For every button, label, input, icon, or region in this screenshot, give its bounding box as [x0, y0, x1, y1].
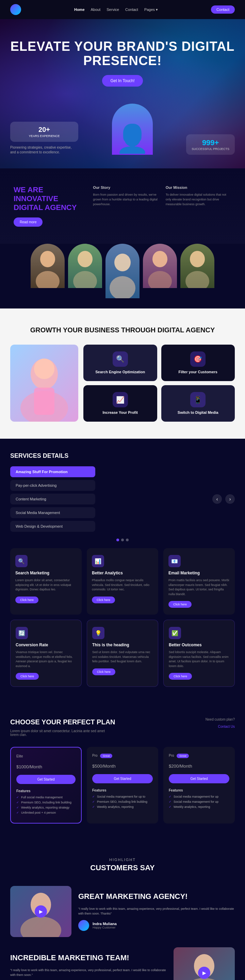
- testimonial-title-1: Happy Customer: [93, 926, 117, 929]
- svg-point-12: [34, 359, 54, 379]
- pricing-contact-link[interactable]: Contact Us: [218, 725, 235, 729]
- services-details-heading: SERVICES DETAILS: [10, 452, 235, 460]
- agency-heading: WE ARE INNOVATIVE DIGITAL AGENCY: [14, 185, 83, 212]
- nav-link-pages[interactable]: Pages ▾: [144, 8, 158, 12]
- service-name-filter: Filter your Customers: [179, 369, 217, 374]
- heading-icon: 💡: [92, 627, 104, 639]
- next-tab-button[interactable]: ›: [225, 494, 235, 504]
- svc-card-conversion-btn[interactable]: Click here: [16, 673, 39, 680]
- price-start-pro-200[interactable]: Get Started: [169, 774, 229, 783]
- testimonials-section: HIGHLIGHT CUSTOMERS SAY ▶ GREAT MARKETIN…: [0, 841, 245, 980]
- svc-card-email: 📧 Email Marketing Proin mattis facilisis…: [163, 548, 235, 614]
- testimonial-heading-2: INCREDIBLE MARKETING TEAM!: [10, 953, 167, 962]
- email-marketing-icon: 📧: [168, 555, 181, 567]
- tab-ppc[interactable]: Pay-per-click Advertising: [10, 480, 95, 491]
- dot-3[interactable]: [126, 539, 129, 541]
- svg-point-4: [114, 254, 131, 271]
- tab-webdesign[interactable]: Web Design & Development: [10, 521, 95, 532]
- svc-card-search: 🔍 Search Marketing Lorem ipsum dolor sit…: [10, 548, 82, 614]
- conversion-icon: 🔄: [16, 627, 28, 639]
- price-start-elite[interactable]: Get Started: [16, 775, 76, 784]
- growth-heading: GROWTH YOUR BUSINESS THROUGH DIGITAL AGE…: [10, 326, 235, 334]
- svc-card-outcomes-btn[interactable]: Click here: [169, 673, 192, 680]
- testimonial-name-1: Indra Muliana: [93, 922, 117, 926]
- hero-stats: 20+ YEARS EXPERIENCE Pioneering strategi…: [10, 103, 235, 155]
- nav-link-contact[interactable]: Contact: [125, 8, 138, 12]
- svg-rect-13: [34, 388, 54, 415]
- dot-1[interactable]: [116, 539, 119, 541]
- service-name-seo: Search Engine Optimization: [95, 369, 145, 374]
- nav-logo-icon: [10, 4, 21, 15]
- hero-cta-button[interactable]: Get In Touch!: [102, 75, 142, 87]
- service-card-profit: 📈 Increase Your Profit: [83, 385, 157, 422]
- testimonial-content-1: GREAT MARKETING AGENCY! "I really love t…: [78, 892, 235, 931]
- svc-card-heading-title: This is the heading: [92, 643, 153, 648]
- service-name-profit: Increase Your Profit: [103, 410, 138, 415]
- testimonial-photo-1: ▶: [10, 886, 71, 937]
- team-photo-5: [180, 244, 214, 288]
- svc-card-heading-btn[interactable]: Click here: [92, 668, 115, 675]
- hero-badge-projects: 999+ SUCCESSFUL PROJECTS: [186, 134, 235, 155]
- agency-right: Our Story Born from passion and driven b…: [93, 185, 231, 207]
- prev-tab-button[interactable]: ‹: [212, 494, 222, 504]
- svc-card-analytics-title: Better Analytics: [92, 571, 153, 575]
- nav-contact-button[interactable]: Contact: [211, 5, 235, 14]
- svc-card-email-btn[interactable]: Click here: [168, 601, 191, 608]
- feature-item: ✓Weekly analytics, reporting: [169, 805, 229, 808]
- nav-links: Home About Service Contact Pages ▾: [74, 8, 158, 12]
- price-start-pro-500[interactable]: Get Started: [92, 774, 153, 783]
- testimonial-photo-2: ▶: [174, 947, 235, 980]
- nav-link-about[interactable]: About: [91, 8, 101, 12]
- svc-card-email-title: Email Marketing: [168, 571, 230, 575]
- svg-point-9: [185, 271, 209, 288]
- svg-point-7: [148, 271, 172, 288]
- nav-link-service[interactable]: Service: [106, 8, 119, 12]
- svc-card-email-text: Proin mattis facilisis arcu sed posuere.…: [168, 578, 230, 597]
- navbar: Home About Service Contact Pages ▾ Conta…: [0, 0, 245, 19]
- agency-read-more-button[interactable]: Read more: [14, 218, 43, 227]
- svc-card-heading-text: Sed ut lorem dolor. Sed vulputate urna n…: [92, 650, 153, 664]
- svc-card-analytics: 📊 Better Analytics Phasellus mollis cong…: [87, 548, 158, 614]
- analytics-icon: 📊: [92, 555, 104, 567]
- tab-promotion[interactable]: Amazing Stuff For Promotion: [10, 466, 95, 477]
- team-photo-3: [106, 244, 139, 298]
- feature-item: ✓Social media management for up: [169, 795, 229, 798]
- testimonials-heading: CUSTOMERS SAY: [10, 864, 235, 872]
- svc-card-outcomes-title: Better Outcomes: [169, 643, 229, 648]
- dot-2[interactable]: [121, 539, 124, 541]
- tab-content[interactable]: Content Marketing: [10, 493, 95, 504]
- price-amount-elite: $1000/Month: [16, 760, 76, 771]
- svc-card-analytics-btn[interactable]: Click here: [92, 597, 115, 603]
- feature-item: ✓Social media management for up: [169, 800, 229, 803]
- seo-icon: 🔍: [113, 352, 128, 367]
- svc-card-outcomes-text: Sed lobortis suscipit molestie. Aliquam …: [169, 650, 229, 668]
- svc-card-conversion-text: Vivamus tristique lorem vel. Donec vesti…: [16, 650, 76, 668]
- feature-item: ✓Unlimited post + 4 person: [16, 811, 76, 815]
- growth-hero-image: [10, 345, 78, 422]
- agency-left: WE ARE INNOVATIVE DIGITAL AGENCY Read mo…: [14, 185, 83, 227]
- svc-card-search-btn[interactable]: Click here: [15, 597, 38, 603]
- svc-card-heading: 💡 This is the heading Sed ut lorem dolor…: [87, 620, 158, 687]
- team-photo-2: [68, 244, 102, 288]
- feature-item: ✓Weekly analytics, reporting: [92, 805, 153, 808]
- services-tabs-wrapper: Amazing Stuff For Promotion Pay-per-clic…: [10, 466, 235, 532]
- growth-section: GROWTH YOUR BUSINESS THROUGH DIGITAL AGE…: [0, 309, 245, 439]
- nav-link-home[interactable]: Home: [74, 8, 85, 12]
- price-features-elite: Features ✓Full social media management ✓…: [16, 789, 76, 815]
- pricing-header-left: CHOOSE YOUR PERFECT PLAN Lorem ipsum dol…: [10, 718, 115, 737]
- svg-point-0: [40, 251, 55, 267]
- testimonial-row-2: ▶ INCREDIBLE MARKETING TEAM! "I really l…: [10, 947, 235, 980]
- growth-grid: 🔍 Search Engine Optimization 🎯 Filter yo…: [10, 345, 235, 422]
- price-card-pro-500: Pro Great $500/Month Get Started Feature…: [87, 747, 158, 824]
- digital-icon: 📱: [190, 392, 205, 407]
- hero-heading: ELEVATE YOUR BRAND'S DIGITAL PRESENCE!: [10, 40, 235, 68]
- price-card-elite: Elite $1000/Month Get Started Features ✓…: [10, 747, 82, 824]
- tab-social[interactable]: Social Media Management: [10, 507, 95, 518]
- price-amount-pro-500: $500/Month: [92, 759, 153, 770]
- hero-section: ELEVATE YOUR BRAND'S DIGITAL PRESENCE! G…: [0, 19, 245, 169]
- svg-point-2: [77, 251, 93, 267]
- agency-section: WE ARE INNOVATIVE DIGITAL AGENCY Read mo…: [0, 169, 245, 244]
- search-marketing-icon: 🔍: [15, 555, 28, 567]
- testimonial-row-1: ▶ GREAT MARKETING AGENCY! "I really love…: [10, 886, 235, 937]
- svg-point-3: [73, 271, 97, 288]
